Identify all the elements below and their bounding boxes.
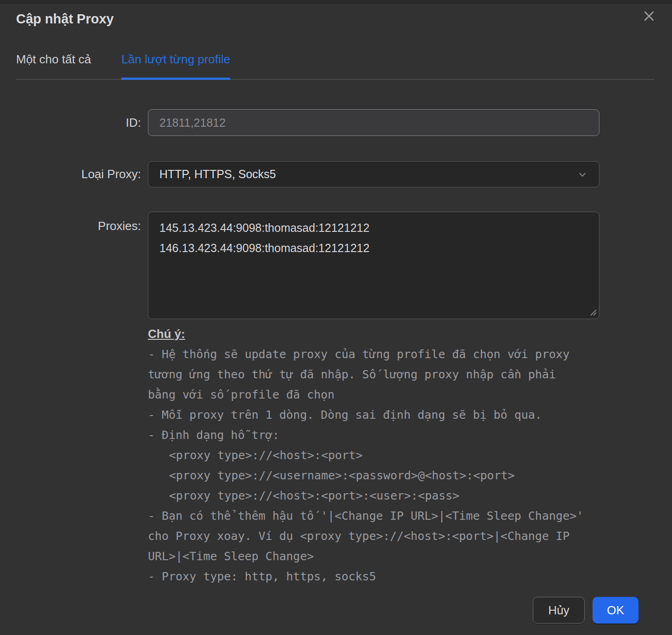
id-row: ID: <box>0 109 672 136</box>
dialog-header: Cập nhật Proxy <box>0 4 672 28</box>
note-item-format: <proxy type>://<host>:<port>:<user>:<pas… <box>148 486 587 506</box>
proxy-type-select[interactable]: HTTP, HTTPS, Socks5 <box>148 161 599 187</box>
proxies-row: Proxies: 145.13.423.44:9098:thomasad:121… <box>0 212 672 319</box>
id-label: ID: <box>0 116 141 130</box>
note-item: - Bạn có thể thêm hậu tố '|<Change IP UR… <box>148 506 587 567</box>
close-icon[interactable] <box>639 6 659 26</box>
window-top-edge <box>0 0 672 4</box>
dialog-footer: Hủy OK <box>0 597 638 624</box>
note-item-format: <proxy type>://<host>:<port> <box>148 445 587 466</box>
cancel-button[interactable]: Hủy <box>533 597 585 624</box>
proxy-type-row: Loại Proxy: HTTP, HTTPS, Socks5 <box>0 161 672 187</box>
ok-button[interactable]: OK <box>593 597 638 624</box>
proxies-label: Proxies: <box>0 212 141 233</box>
tab-mot-cho-tat-ca[interactable]: Một cho tất cả <box>16 51 91 79</box>
note-item: - Định dạng hỗ trợ: <box>148 425 587 445</box>
note-item: - Proxy type: http, https, socks5 <box>148 567 587 587</box>
proxy-type-label: Loại Proxy: <box>0 167 141 181</box>
note-item-format: <proxy type>://<username>:<password>@<ho… <box>148 466 587 486</box>
tab-bar: Một cho tất cả Lần lượt từng profile <box>16 51 655 80</box>
proxy-type-selected-value: HTTP, HTTPS, Socks5 <box>159 168 276 181</box>
tab-lan-luot-tung-profile[interactable]: Lần lượt từng profile <box>121 51 230 80</box>
chevron-down-icon <box>577 169 588 180</box>
note-item: - Hệ thống sẽ update proxy của từng prof… <box>148 344 587 405</box>
proxies-textarea[interactable]: 145.13.423.44:9098:thomasad:12121212 146… <box>148 212 599 319</box>
note-item: - Mỗi proxy trên 1 dòng. Dòng sai định d… <box>148 405 587 425</box>
dialog-title: Cập nhật Proxy <box>16 10 656 28</box>
close-x-glyph <box>642 9 656 23</box>
id-input <box>148 109 599 136</box>
notes-section: Chú ý: - Hệ thống sẽ update proxy của từ… <box>148 325 587 587</box>
notes-heading: Chú ý: <box>148 325 185 343</box>
